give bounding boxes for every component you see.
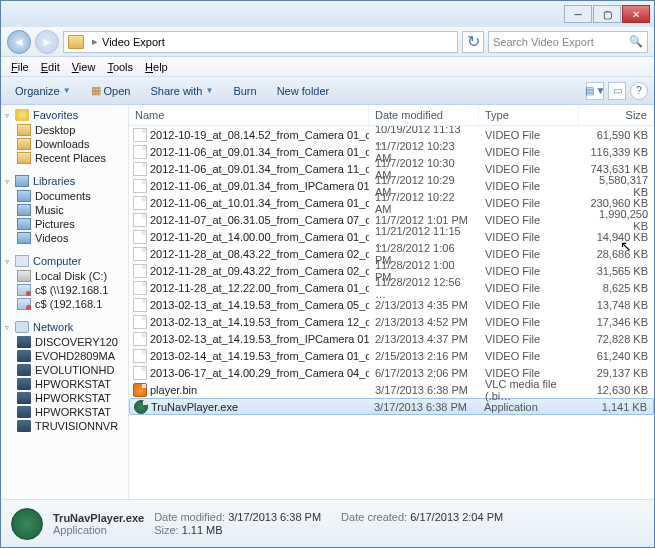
minimize-button[interactable]: ─ (564, 5, 592, 23)
file-icon (133, 162, 147, 176)
nav-item[interactable]: c$ (\\192.168.1 (1, 283, 128, 297)
file-row[interactable]: 2012-11-06_at_10.01.34_from_Camera 01_on… (129, 194, 654, 211)
nav-item[interactable]: Recent Places (1, 151, 128, 165)
nav-item[interactable]: Documents (1, 189, 128, 203)
col-date[interactable]: Date modified (369, 105, 479, 125)
menu-file[interactable]: File (5, 61, 35, 73)
nav-item[interactable]: HPWORKSTAT (1, 405, 128, 419)
file-row[interactable]: 2013-02-14_at_14.19.53_from_Camera 01_on… (129, 347, 654, 364)
nav-item[interactable]: DISCOVERY120 (1, 335, 128, 349)
nav-item[interactable]: Local Disk (C:) (1, 269, 128, 283)
fold-icon (17, 152, 31, 164)
back-button[interactable]: ◄ (7, 30, 31, 54)
file-row[interactable]: 2012-11-28_at_12.22.00_from_Camera 01_on… (129, 279, 654, 296)
file-type: VIDEO File (479, 333, 579, 345)
file-name: 2012-11-28_at_12.22.00_from_Camera 01_on… (150, 282, 369, 294)
close-button[interactable]: ✕ (622, 5, 650, 23)
help-button[interactable]: ? (630, 82, 648, 100)
file-type: VIDEO File (479, 180, 579, 192)
library-icon (15, 175, 29, 187)
file-row[interactable]: 2013-02-13_at_14.19.53_from_IPCamera 01_… (129, 330, 654, 347)
file-row[interactable]: TruNavPlayer.exe3/17/2013 6:38 PMApplica… (129, 398, 654, 415)
application-icon (11, 508, 43, 540)
menu-tools[interactable]: Tools (101, 61, 139, 73)
file-type: VIDEO File (479, 146, 579, 158)
menu-edit[interactable]: Edit (35, 61, 66, 73)
view-options-button[interactable]: ▤▼ (586, 82, 604, 100)
new-folder-button[interactable]: New folder (269, 83, 338, 99)
file-size: 17,346 KB (579, 316, 654, 328)
nav-network[interactable]: ▿Network (1, 319, 128, 335)
search-icon: 🔍 (629, 35, 643, 48)
file-type: VIDEO File (479, 248, 579, 260)
col-type[interactable]: Type (479, 105, 579, 125)
star-icon (15, 109, 29, 121)
file-size: 14,940 KB (579, 231, 654, 243)
nav-favorites[interactable]: ▿Favorites (1, 107, 128, 123)
nav-computer[interactable]: ▿Computer (1, 253, 128, 269)
navigation-pane: ▿Favorites DesktopDownloadsRecent Places… (1, 105, 129, 499)
file-icon (133, 196, 147, 210)
file-size: 31,565 KB (579, 265, 654, 277)
open-button[interactable]: ▦Open (83, 82, 139, 99)
file-size: 28,686 KB (579, 248, 654, 260)
breadcrumb-folder[interactable]: Video Export (102, 36, 165, 48)
organize-button[interactable]: Organize▼ (7, 83, 79, 99)
preview-pane-button[interactable]: ▭ (608, 82, 626, 100)
node-icon (17, 350, 31, 362)
burn-button[interactable]: Burn (225, 83, 264, 99)
nav-item[interactable]: Desktop (1, 123, 128, 137)
file-icon (133, 349, 147, 363)
nav-item[interactable]: EVOHD2809MA (1, 349, 128, 363)
file-row[interactable]: 2013-02-13_at_14.19.53_from_Camera 05_on… (129, 296, 654, 313)
file-row[interactable]: 2013-02-13_at_14.19.53_from_Camera 12_on… (129, 313, 654, 330)
nav-item[interactable]: Pictures (1, 217, 128, 231)
nav-item[interactable]: HPWORKSTAT (1, 377, 128, 391)
file-name: 2012-11-20_at_14.00.00_from_Camera 01_on… (150, 231, 369, 243)
nav-item[interactable]: c$ (192.168.1 (1, 297, 128, 311)
nav-item[interactable]: Downloads (1, 137, 128, 151)
folder-icon (68, 35, 84, 49)
fold-icon (17, 124, 31, 136)
drive-icon (17, 284, 31, 296)
file-row[interactable]: player.bin3/17/2013 6:38 PMVLC media fil… (129, 381, 654, 398)
col-name[interactable]: Name (129, 105, 369, 125)
file-size: 13,748 KB (579, 299, 654, 311)
col-size[interactable]: Size (579, 105, 654, 125)
nav-item[interactable]: HPWORKSTAT (1, 391, 128, 405)
file-type: VIDEO File (479, 231, 579, 243)
nav-item[interactable]: Videos (1, 231, 128, 245)
nav-item[interactable]: Music (1, 203, 128, 217)
file-size: 1,141 KB (578, 401, 653, 413)
file-icon (133, 213, 147, 227)
file-icon (133, 145, 147, 159)
search-input[interactable]: Search Video Export 🔍 (488, 31, 648, 53)
nav-item[interactable]: TRUVISIONNVR (1, 419, 128, 433)
file-size: 5,580,317 KB (579, 174, 654, 198)
details-name: TruNavPlayer.exe (53, 512, 144, 524)
search-placeholder: Search Video Export (493, 36, 594, 48)
toolbar: Organize▼ ▦Open Share with▼ Burn New fol… (1, 77, 654, 105)
file-type: VIDEO File (479, 265, 579, 277)
nav-libraries[interactable]: ▿Libraries (1, 173, 128, 189)
file-type: VIDEO File (479, 299, 579, 311)
file-date: 2/13/2013 4:37 PM (369, 333, 479, 345)
maximize-button[interactable]: ▢ (593, 5, 621, 23)
breadcrumb[interactable]: ▸ Video Export (63, 31, 458, 53)
forward-button[interactable]: ► (35, 30, 59, 54)
file-size: 8,625 KB (579, 282, 654, 294)
lib-icon (17, 218, 31, 230)
column-headers[interactable]: Name Date modified Type Size (129, 105, 654, 126)
menu-view[interactable]: View (66, 61, 102, 73)
file-date: 2/15/2013 2:16 PM (369, 350, 479, 362)
refresh-button[interactable]: ↻ (462, 31, 484, 53)
fold-icon (17, 138, 31, 150)
file-icon (133, 247, 147, 261)
file-size: 61,240 KB (579, 350, 654, 362)
nav-item[interactable]: EVOLUTIONHD (1, 363, 128, 377)
file-name: player.bin (150, 384, 197, 396)
menu-help[interactable]: Help (139, 61, 174, 73)
file-type: VLC media file (.bi… (479, 378, 579, 402)
share-button[interactable]: Share with▼ (142, 83, 221, 99)
node-icon (17, 420, 31, 432)
